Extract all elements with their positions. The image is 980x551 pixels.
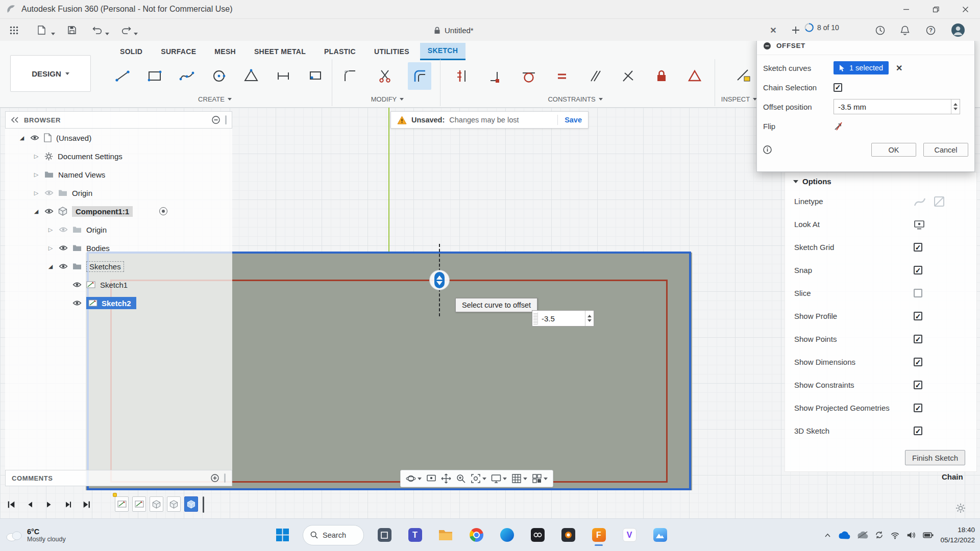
clear-selection-icon[interactable]: ✕ bbox=[896, 63, 902, 73]
onedrive-icon[interactable] bbox=[838, 531, 850, 539]
options-header[interactable]: Options bbox=[785, 172, 976, 186]
line-tool[interactable] bbox=[111, 62, 134, 90]
timeline-position-marker[interactable] bbox=[203, 496, 204, 513]
trim-tool[interactable] bbox=[373, 62, 397, 90]
show-profile-checkbox[interactable] bbox=[914, 312, 922, 320]
snap-checkbox[interactable] bbox=[914, 266, 922, 274]
document-quota[interactable]: 8 of 10 bbox=[804, 23, 839, 32]
fillet-tool[interactable] bbox=[338, 62, 362, 90]
restore-window-button[interactable] bbox=[921, 0, 950, 19]
notifications-bell-icon[interactable] bbox=[897, 22, 913, 38]
browser-item-unsaved[interactable]: ◢ (Unsaved) bbox=[5, 129, 232, 147]
show-dimensions-checkbox[interactable] bbox=[914, 358, 922, 366]
collapse-panel-icon[interactable] bbox=[11, 117, 19, 123]
create-group-dropdown[interactable]: CREATE bbox=[187, 93, 243, 105]
tab-mesh[interactable]: MESH bbox=[207, 43, 243, 60]
timeline-skip-start-button[interactable] bbox=[5, 498, 17, 511]
expander-icon[interactable]: ▷ bbox=[47, 227, 54, 233]
dropdown-caret[interactable] bbox=[482, 478, 486, 480]
expand-comments-icon[interactable] bbox=[211, 474, 219, 482]
workspace-selector[interactable]: DESIGN bbox=[10, 55, 91, 92]
offset-drag-handle[interactable] bbox=[429, 270, 450, 290]
rectangle-tool[interactable] bbox=[143, 62, 166, 90]
settings-gear-icon[interactable] bbox=[955, 503, 966, 513]
timeline-feature-box-2[interactable] bbox=[167, 496, 181, 512]
timeline-play-button[interactable] bbox=[43, 498, 55, 511]
fusion-360-icon[interactable]: F bbox=[589, 525, 609, 545]
cloud-paused-icon[interactable] bbox=[857, 531, 868, 539]
offset-tool-active[interactable] bbox=[408, 62, 431, 90]
collapse-dialog-icon[interactable] bbox=[763, 42, 771, 50]
offset-value-field[interactable] bbox=[538, 311, 585, 326]
weather-widget[interactable]: 6°CMostly cloudy bbox=[0, 528, 102, 543]
browser-item-origin-root[interactable]: ▷ Origin bbox=[5, 184, 232, 202]
value-spinner[interactable] bbox=[585, 311, 594, 326]
circle-tool[interactable] bbox=[207, 62, 231, 90]
display-settings-tool[interactable] bbox=[491, 473, 507, 484]
expander-icon[interactable]: ◢ bbox=[47, 263, 54, 270]
dropdown-caret[interactable] bbox=[503, 478, 507, 480]
new-document-icon[interactable] bbox=[788, 22, 803, 38]
help-icon[interactable]: ? bbox=[923, 22, 938, 38]
flip-icon[interactable] bbox=[834, 121, 843, 131]
finish-sketch-button[interactable]: Finish Sketch bbox=[905, 450, 965, 465]
pan-tool[interactable] bbox=[441, 473, 451, 484]
file-explorer-icon[interactable] bbox=[435, 525, 456, 545]
timeline-step-forward-button[interactable] bbox=[62, 498, 74, 511]
minimize-panel-icon[interactable] bbox=[212, 116, 220, 124]
task-view-icon[interactable] bbox=[374, 525, 395, 545]
fit-view-tool[interactable] bbox=[471, 473, 486, 484]
sketch-grid-checkbox[interactable] bbox=[914, 243, 922, 252]
document-tab[interactable]: Untitled* bbox=[434, 22, 474, 38]
expander-icon[interactable]: ◢ bbox=[18, 135, 26, 141]
file-menu-caret[interactable] bbox=[51, 28, 55, 37]
measure-tool[interactable] bbox=[732, 62, 755, 90]
volume-icon[interactable] bbox=[906, 531, 916, 539]
eye-hidden-icon[interactable] bbox=[59, 225, 68, 234]
eye-icon[interactable] bbox=[30, 133, 39, 142]
redo-caret[interactable] bbox=[134, 28, 138, 37]
dropdown-caret[interactable] bbox=[418, 478, 422, 480]
sketch-dimension-tool[interactable] bbox=[272, 62, 295, 90]
expander-icon[interactable]: ▷ bbox=[33, 153, 40, 160]
selection-badge-button[interactable]: 1 selected bbox=[834, 61, 889, 74]
expander-icon[interactable]: ◢ bbox=[33, 208, 40, 215]
eye-icon[interactable] bbox=[59, 243, 68, 253]
viewports-tool[interactable] bbox=[532, 473, 548, 484]
drag-grip[interactable] bbox=[533, 312, 538, 324]
comments-panel-header[interactable]: COMMENTS bbox=[5, 470, 232, 486]
info-icon[interactable] bbox=[763, 145, 772, 154]
cancel-button[interactable]: Cancel bbox=[923, 143, 968, 157]
dropdown-caret[interactable] bbox=[544, 478, 548, 480]
photos-icon[interactable] bbox=[650, 525, 670, 545]
battery-icon[interactable] bbox=[923, 532, 934, 539]
spline-tool[interactable] bbox=[175, 62, 199, 90]
fix-constraint[interactable] bbox=[650, 62, 673, 90]
edge-icon[interactable] bbox=[497, 525, 517, 545]
job-status-icon[interactable] bbox=[872, 22, 888, 38]
perpendicular-constraint[interactable] bbox=[617, 62, 640, 90]
show-projected-geometries-checkbox[interactable] bbox=[914, 404, 922, 412]
timeline-step-back-button[interactable] bbox=[24, 498, 36, 511]
ok-button[interactable]: OK bbox=[871, 143, 916, 157]
wifi-icon[interactable] bbox=[890, 531, 900, 539]
browser-item-named-views[interactable]: ▷ Named Views bbox=[5, 165, 232, 184]
sync-icon[interactable] bbox=[875, 531, 884, 539]
chrome-icon[interactable] bbox=[466, 525, 486, 545]
panel-resize-handle[interactable] bbox=[225, 115, 227, 124]
tab-plastic[interactable]: PLASTIC bbox=[316, 43, 363, 60]
timeline-feature-box-active[interactable] bbox=[184, 496, 198, 512]
offset-position-input[interactable] bbox=[834, 99, 960, 114]
app-grid-icon[interactable] bbox=[6, 22, 21, 38]
symmetry-constraint[interactable] bbox=[683, 62, 706, 90]
taskbar-search[interactable]: Search bbox=[303, 525, 364, 545]
timeline-skip-end-button[interactable] bbox=[81, 498, 93, 511]
expander-icon[interactable]: ▷ bbox=[33, 171, 40, 178]
save-link[interactable]: Save bbox=[562, 116, 582, 124]
v-app-icon[interactable]: V bbox=[619, 525, 640, 545]
timeline-sketch2-feature[interactable] bbox=[132, 496, 146, 512]
start-button[interactable] bbox=[272, 525, 292, 545]
linetype-curve-icon[interactable] bbox=[914, 195, 926, 208]
polygon-tool[interactable] bbox=[239, 62, 263, 90]
eye-icon[interactable] bbox=[72, 298, 82, 308]
